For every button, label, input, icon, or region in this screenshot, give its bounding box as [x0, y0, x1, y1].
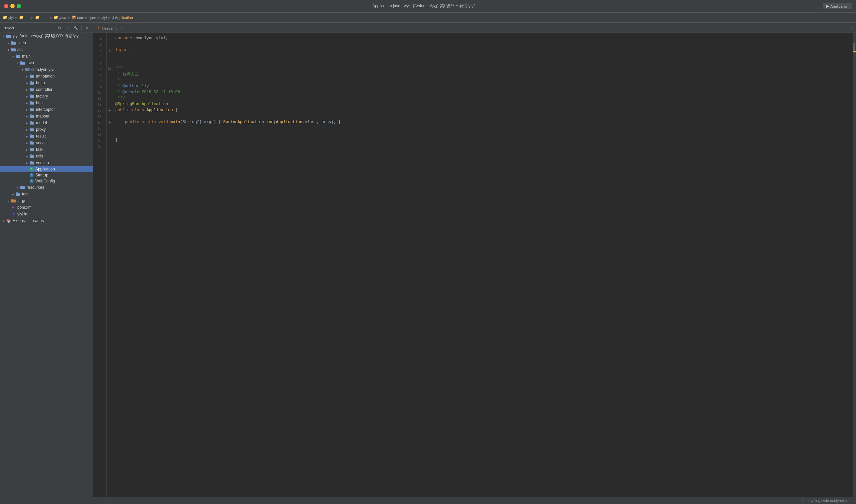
tree-item-service[interactable]: ▸service	[0, 140, 93, 146]
tab-file-icon: F	[97, 26, 101, 31]
tree-arrow: ▸	[25, 141, 29, 145]
close-button[interactable]	[4, 4, 8, 8]
breadcrumb-item-application[interactable]: J Application	[112, 16, 133, 20]
breadcrumb-item-lynn[interactable]: lynn	[89, 16, 96, 20]
code-line	[115, 125, 850, 131]
breadcrumb-bar: 📁 yiyi ▶ 📁 src ▶ 📁 main ▶ 📁 java ▶ 📦 com…	[0, 13, 856, 23]
code-line	[115, 113, 850, 119]
close-icon[interactable]: ✕	[84, 25, 90, 31]
breadcrumb-item-java[interactable]: 📁 java	[54, 15, 66, 20]
folder-icon	[20, 60, 25, 66]
folder-icon	[11, 198, 16, 203]
tree-item-target[interactable]: ▸target	[0, 197, 93, 204]
line-number: 8	[93, 77, 104, 83]
package-icon: 📦	[72, 15, 76, 20]
tab-label: header.ftl	[102, 26, 117, 30]
editor-container: Fnews.ftl×Factivity.ftl×Cactivity.css×JP…	[93, 23, 856, 497]
code-line: package com.lynn.yiyi;	[115, 35, 850, 41]
tree-item-WebConfig[interactable]: JWebConfig	[0, 178, 93, 184]
svg-text:F: F	[98, 27, 100, 29]
code-line	[115, 143, 850, 149]
folder-icon	[15, 192, 21, 197]
svg-rect-47	[20, 186, 22, 187]
tabs-overflow-icon[interactable]: ≡	[849, 24, 855, 32]
tree-item-Startup[interactable]: JStartup	[0, 172, 93, 178]
maximize-button[interactable]	[17, 4, 21, 8]
breadcrumb-separator: ▶	[68, 16, 70, 19]
line-numbers: 12345678910111213141516171819	[93, 33, 107, 497]
tree-item-yiyi--Volumes----U--YIYI---yiyi[interactable]: ▾yiyi /Volumes/大白菜U盘/YIYI有话/yiyi	[0, 33, 93, 40]
gutter-item[interactable]: ⊞	[107, 47, 112, 53]
tree-item-bean[interactable]: ▸bean	[0, 79, 93, 86]
tree-item-http[interactable]: ▸http	[0, 100, 93, 106]
scrollbar[interactable]	[853, 33, 856, 497]
tree-arrow: ▸	[25, 114, 29, 118]
folder-icon	[11, 47, 16, 52]
tab-close-icon[interactable]: ×	[119, 26, 124, 31]
scrollbar-mark	[853, 51, 856, 52]
breadcrumb-item-main[interactable]: 📁 main	[35, 15, 49, 20]
svg-rect-37	[30, 155, 32, 156]
tree-item-main[interactable]: ▾main	[0, 53, 93, 59]
svg-rect-25	[30, 114, 32, 116]
folder-icon	[29, 74, 35, 79]
tree-arrow: ▾	[1, 34, 6, 38]
tree-item-External-Libraries[interactable]: ▸📚External Libraries	[0, 217, 93, 224]
tree-label: test	[22, 192, 28, 196]
tree-item-pom-xml[interactable]: Mpom.xml	[0, 204, 93, 211]
code-editor[interactable]: package com.lynn.yiyi; import ... /** * …	[112, 33, 853, 497]
tree-item-utils[interactable]: ▸utils	[0, 153, 93, 160]
tree-label: service	[36, 141, 49, 145]
breadcrumb-item-yiyi[interactable]: 📁 yiyi	[3, 15, 14, 20]
tree-item-factory[interactable]: ▸factory	[0, 93, 93, 100]
breadcrumb-item-yiyi2[interactable]: yiyi	[102, 16, 107, 20]
tree-label: resources	[27, 185, 44, 190]
tree-item-com-lynn-yiyi[interactable]: ▾com.lynn.yiyi	[0, 66, 93, 73]
gutter-item[interactable]: ▶	[107, 107, 112, 113]
code-line: import ...	[115, 47, 850, 53]
tree-item-controller[interactable]: ▸controller	[0, 86, 93, 93]
tree-item-result[interactable]: ▸result	[0, 133, 93, 140]
svg-rect-9	[20, 61, 22, 62]
gutter-item	[107, 137, 112, 143]
editor-right: package com.lynn.yiyi; import ... /** * …	[112, 33, 853, 497]
svg-rect-29	[30, 128, 32, 129]
folder-icon	[29, 140, 35, 145]
tree-item--idea[interactable]: ▸.idea	[0, 40, 93, 46]
gutter-item[interactable]: ⊟	[107, 65, 112, 71]
tree-item-task[interactable]: ▸task	[0, 146, 93, 153]
tree-arrow: ▸	[25, 155, 29, 158]
gutter-item[interactable]: ▶	[107, 119, 112, 125]
code-line: }	[115, 137, 850, 143]
folder-icon	[29, 133, 35, 139]
minimize-button[interactable]	[10, 4, 15, 8]
tree-item-resources[interactable]: ▸resources	[0, 184, 93, 191]
tree-item-model[interactable]: ▸model	[0, 120, 93, 126]
tree-item-version[interactable]: ▸version	[0, 160, 93, 166]
status-url: https://blog.csdn.net/lynnlove...	[802, 499, 853, 503]
tree-item-src[interactable]: ▾src	[0, 46, 93, 53]
line-number: 13	[93, 107, 104, 113]
tree-item-proxy[interactable]: ▸proxy	[0, 126, 93, 133]
gear-icon[interactable]: 🔧	[73, 25, 78, 31]
menu-icon[interactable]: ≡	[65, 25, 71, 31]
tree-item-interceptor[interactable]: ▸interceptor	[0, 106, 93, 113]
gutter-item	[107, 113, 112, 119]
tree-arrow: ▾	[15, 61, 20, 65]
tree-label: com.lynn.yiyi	[31, 67, 54, 72]
folder-icon: 📁	[54, 15, 58, 20]
tree-item-annotation[interactable]: ▸annotation	[0, 73, 93, 79]
svg-rect-51	[11, 199, 13, 200]
tree-item-java[interactable]: ▾java	[0, 59, 93, 66]
run-button[interactable]: ▶ Application	[823, 3, 852, 9]
tree-label: bean	[36, 80, 45, 85]
breadcrumb-item-com[interactable]: 📦 com	[72, 15, 84, 20]
breadcrumb-item-src[interactable]: 📁 src	[19, 15, 30, 20]
tree-item-Application[interactable]: JApplication	[0, 166, 93, 172]
settings-icon[interactable]: ⚙	[57, 25, 63, 31]
tree-item-yiyi-iml[interactable]: Iyiyi.iml	[0, 211, 93, 217]
tree-item-mapper[interactable]: ▸mapper	[0, 113, 93, 120]
tab-header-ftl[interactable]: Fheader.ftl×	[93, 24, 149, 32]
tree-item-test[interactable]: ▸test	[0, 191, 93, 197]
svg-text:J: J	[31, 168, 32, 171]
